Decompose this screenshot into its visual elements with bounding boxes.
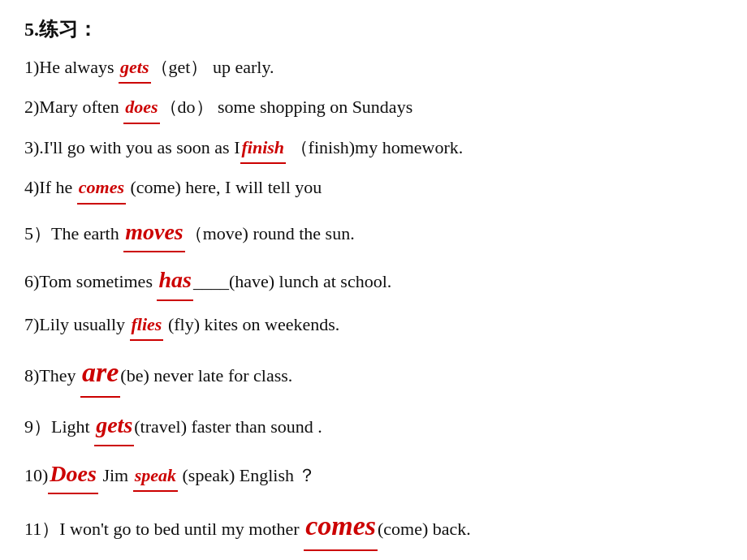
answer-word: flies (130, 309, 164, 341)
exercise-line-line11: 11）I won't go to bed until my mother com… (24, 502, 723, 551)
line-text: 6)Tom sometimes (24, 271, 157, 291)
exercise-line-line4: 4)If he comes (come) here, I will tell y… (24, 172, 723, 204)
answer-word: Does (48, 454, 98, 495)
line-text: 4)If he (24, 177, 77, 197)
line-text: 9）Light (24, 416, 94, 437)
exercise-line-line3: 3).I'll go with you as soon as Ifinish （… (24, 132, 723, 164)
line-text: (speak) English ？ (178, 465, 316, 485)
line-text: 3).I'll go with you as soon as I (24, 137, 240, 157)
answer-word: finish (240, 132, 287, 164)
line-text: 2)Mary often (24, 97, 123, 117)
line-text: 5）The earth (24, 223, 123, 243)
line-text: （do） some shopping on Sundays (160, 97, 413, 117)
answer-word: speak (133, 460, 178, 492)
line-text: (fly) kites on weekends. (163, 314, 339, 334)
line-text: 10) (24, 465, 48, 485)
answer-word: gets (94, 406, 134, 446)
answer-word: comes (77, 172, 126, 204)
answer-word: gets (119, 52, 150, 84)
answer-word: has (157, 261, 192, 301)
line-text: （move) round the sun. (185, 223, 355, 243)
line-text: (come) here, I will tell you (126, 177, 322, 197)
answer-word: moves (123, 213, 185, 253)
line-text: (travel) faster than sound . (134, 416, 322, 437)
line-text: 8)They (24, 365, 80, 386)
exercise-line-line7: 7)Lily usually flies (fly) kites on week… (24, 309, 723, 341)
answer-word: does (123, 92, 159, 123)
answer-word: comes (304, 502, 378, 551)
line-text: 7)Lily usually (24, 314, 130, 334)
answer-word: are (80, 349, 120, 398)
exercise-line-line9: 9）Light gets(travel) faster than sound . (24, 406, 723, 446)
exercise-line-line10: 10)Does Jim speak (speak) English ？ (24, 454, 723, 495)
line-text: Jim (98, 465, 133, 485)
line-text: (come) back. (378, 519, 471, 539)
line-text: (be) never late for class. (120, 365, 292, 386)
exercise-line-line8: 8)They are(be) never late for class. (24, 349, 723, 398)
exercise-line-line1: 1)He always gets（get） up early. (24, 52, 723, 84)
page-title: 5.练习： (24, 16, 723, 42)
line-text: ____(have) lunch at school. (193, 271, 391, 291)
line-text: 11）I won't go to bed until my mother (24, 519, 304, 539)
exercise-line-line6: 6)Tom sometimes has____(have) lunch at s… (24, 261, 723, 301)
line-text: （finish)my homework. (286, 137, 463, 157)
exercise-line-line5: 5）The earth moves（move) round the sun. (24, 213, 723, 253)
exercise-line-line2: 2)Mary often does（do） some shopping on S… (24, 92, 723, 123)
line-text: 1)He always (24, 57, 119, 77)
line-text: （get） up early. (151, 57, 274, 77)
